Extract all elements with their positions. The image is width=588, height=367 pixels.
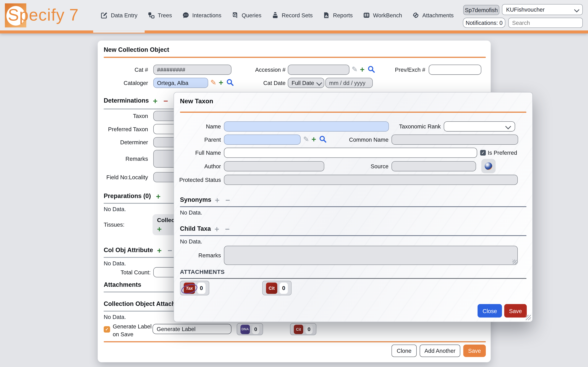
source-field[interactable] bbox=[391, 161, 476, 171]
name-field[interactable] bbox=[224, 121, 389, 132]
generate-label-checkbox[interactable]: ✓ bbox=[104, 326, 110, 333]
tax-attachment-count: 0 bbox=[197, 282, 206, 294]
check-icon: ✓ bbox=[105, 327, 109, 332]
total-count-label: Total Count: bbox=[104, 267, 151, 277]
prev-exch-label: Prev/Exch # bbox=[380, 65, 425, 75]
determiner-label: Determiner bbox=[104, 137, 148, 147]
citation-icon: Cit bbox=[294, 325, 303, 334]
common-name-field[interactable] bbox=[391, 134, 518, 145]
nav-label: Reports bbox=[333, 12, 353, 18]
nav-item-queries[interactable]: Queries bbox=[232, 12, 261, 19]
parent-field[interactable] bbox=[224, 134, 301, 145]
edit-pencil-icon[interactable]: ✎ bbox=[210, 79, 216, 86]
nav-item-trees[interactable]: Trees bbox=[148, 12, 172, 19]
citation-attachments-badge[interactable]: Cit 0 bbox=[262, 281, 291, 295]
orbit-decoration bbox=[180, 282, 199, 295]
add-attribute-icon[interactable]: + bbox=[157, 247, 162, 254]
dialog-attachments-title: ATTACHMENTS bbox=[180, 269, 225, 275]
nav-item-record-sets[interactable]: Record Sets bbox=[272, 12, 313, 19]
taxonomic-rank-select[interactable] bbox=[444, 121, 515, 132]
taxon-remarks-field[interactable] bbox=[224, 246, 518, 265]
accession-label: Accession # bbox=[240, 65, 286, 75]
remove-determination-icon[interactable]: − bbox=[163, 97, 168, 105]
nav-label: Record Sets bbox=[282, 12, 313, 18]
logo-version: 7 bbox=[69, 6, 79, 24]
author-field[interactable] bbox=[224, 161, 324, 171]
add-tissue-icon[interactable]: + bbox=[157, 225, 162, 233]
nav-label: Queries bbox=[242, 12, 261, 18]
textarea-resize-handle[interactable] bbox=[513, 260, 517, 264]
edit-pencil-icon[interactable]: ✎ bbox=[352, 66, 358, 73]
section-divider bbox=[180, 206, 526, 207]
add-child-taxon-icon[interactable]: + bbox=[215, 225, 219, 233]
dna-icon: DNA bbox=[240, 325, 250, 334]
cit-count: 0 bbox=[306, 325, 313, 334]
dialog-save-button[interactable]: Save bbox=[504, 304, 527, 317]
remove-child-taxon-icon[interactable]: − bbox=[225, 225, 230, 233]
protected-status-field[interactable] bbox=[224, 175, 518, 185]
dna-attachments-badge[interactable]: DNA 0 bbox=[237, 323, 263, 335]
interactions-icon bbox=[182, 12, 189, 19]
tissues-label: Tissues: bbox=[104, 219, 148, 230]
cat-date-field[interactable]: mm / dd / yyyy bbox=[325, 78, 373, 88]
nav-item-data-entry[interactable]: Data Entry bbox=[101, 12, 137, 19]
search-lookup-icon[interactable] bbox=[319, 135, 326, 143]
nav-item-attachments[interactable]: Attachments bbox=[412, 12, 454, 19]
is-preferred-label: Is Preferred bbox=[488, 148, 522, 158]
add-icon[interactable]: + bbox=[311, 136, 316, 143]
dna-icon-text: DNA bbox=[241, 327, 249, 331]
add-icon[interactable]: + bbox=[219, 79, 223, 86]
generate-label-button[interactable]: Generate Label bbox=[153, 324, 232, 334]
nav-label: Trees bbox=[158, 12, 172, 18]
dialog-close-button[interactable]: Close bbox=[478, 304, 502, 317]
search-lookup-icon[interactable] bbox=[226, 79, 234, 86]
remove-synonym-icon[interactable]: − bbox=[225, 197, 230, 204]
co-attachments-title: Collection Object Attach bbox=[104, 300, 175, 307]
cataloger-field[interactable]: Ortega, Alba bbox=[153, 78, 208, 88]
taxonomic-rank-label: Taxonomic Rank bbox=[377, 121, 441, 132]
specify-logo[interactable]: Specify7 bbox=[5, 3, 80, 28]
search-input[interactable] bbox=[508, 18, 583, 28]
add-synonym-icon[interactable]: + bbox=[215, 197, 219, 204]
specify7-app: Specify7 Data Entry Trees Interactions Q… bbox=[0, 0, 588, 367]
taxon-attachments-badge[interactable]: Tax 0 bbox=[180, 281, 209, 295]
is-preferred-checkbox[interactable]: ✓ bbox=[480, 150, 486, 156]
no-data-text: No Data. bbox=[104, 206, 126, 212]
cit-icon-text: Cit bbox=[269, 285, 275, 291]
user-tools-button[interactable]: Sp7demofish bbox=[463, 5, 499, 15]
logo-brand: Specify bbox=[8, 6, 65, 24]
dialog-resize-handle[interactable] bbox=[526, 315, 531, 320]
notifications-button[interactable]: Notifications: 0 bbox=[463, 18, 505, 28]
full-name-field[interactable] bbox=[224, 148, 477, 158]
remove-attribute-icon[interactable]: − bbox=[168, 247, 172, 254]
protected-status-label: Protected Status bbox=[174, 175, 221, 185]
edit-pencil-icon[interactable]: ✎ bbox=[303, 136, 309, 143]
prev-exch-field[interactable] bbox=[429, 65, 481, 75]
attachments-title: Attachments bbox=[104, 281, 141, 288]
nav-item-interactions[interactable]: Interactions bbox=[182, 12, 221, 19]
parent-label: Parent bbox=[174, 134, 221, 145]
check-icon: ✓ bbox=[481, 151, 485, 155]
add-another-button[interactable]: Add Another bbox=[420, 345, 460, 357]
add-preparation-icon[interactable]: + bbox=[156, 193, 160, 200]
preparations-title: Preparations (0) bbox=[104, 192, 151, 200]
synonyms-title: Synonyms bbox=[180, 196, 211, 203]
accession-field[interactable] bbox=[288, 65, 349, 75]
collection-select[interactable]: KUFishvoucher bbox=[502, 4, 583, 15]
cat-number-field[interactable]: ######### bbox=[153, 65, 231, 75]
cit-attachments-badge[interactable]: Cit 0 bbox=[290, 323, 316, 335]
no-data-text: No Data. bbox=[180, 209, 202, 216]
citation-app-icon: Cit bbox=[266, 282, 277, 294]
dna-count: 0 bbox=[252, 325, 259, 334]
search-lookup-icon[interactable] bbox=[367, 65, 375, 73]
no-data-text: No Data. bbox=[104, 314, 126, 320]
add-determination-icon[interactable]: + bbox=[153, 97, 157, 105]
preferred-taxon-label: Preferred Taxon bbox=[104, 124, 148, 134]
source-lookup-button[interactable] bbox=[481, 159, 496, 173]
nav-item-workbench[interactable]: WorkBench bbox=[363, 12, 402, 19]
save-button[interactable]: Save bbox=[463, 345, 486, 357]
clone-button[interactable]: Clone bbox=[391, 345, 417, 357]
add-icon[interactable]: + bbox=[360, 66, 364, 73]
no-data-text: No Data. bbox=[180, 238, 202, 245]
nav-item-reports[interactable]: Reports bbox=[323, 12, 353, 19]
